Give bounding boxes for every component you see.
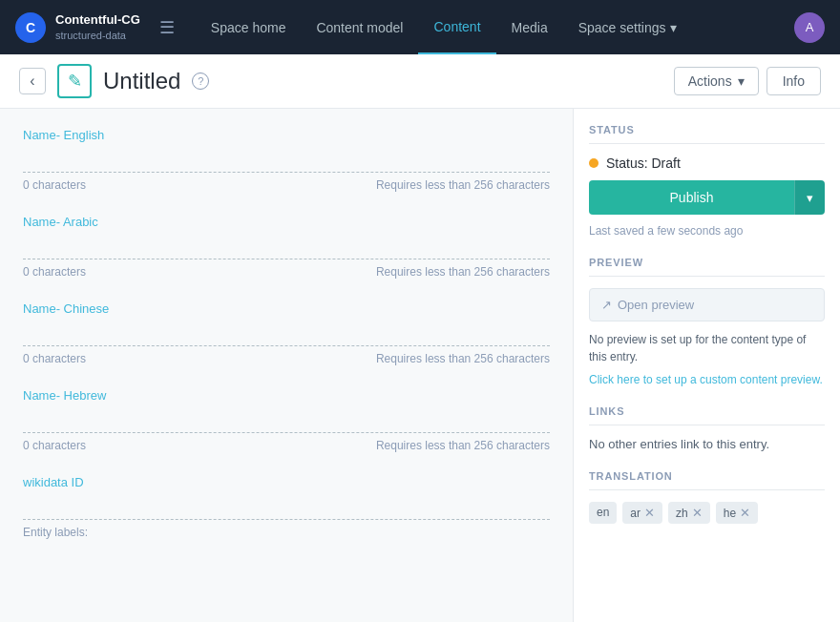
nav-space-home[interactable]: Space home	[196, 0, 302, 54]
sidebar: STATUS Status: Draft Publish ▾ Last save…	[573, 109, 840, 622]
help-icon[interactable]: ?	[192, 73, 209, 90]
translation-chip-ar: ar ✕	[622, 502, 662, 524]
status-dot-icon	[589, 158, 598, 168]
links-section-title: LINKS	[589, 405, 825, 425]
field-input-arabic[interactable]	[23, 237, 550, 259]
space-settings-arrow-icon: ▾	[670, 20, 677, 35]
entry-icon: ✎	[57, 64, 92, 98]
translation-section-title: TRANSLATION	[589, 470, 825, 490]
status-section-title: STATUS	[589, 124, 825, 144]
field-label-hebrew: Name- Hebrew	[23, 388, 550, 403]
field-label-arabic: Name- Arabic	[23, 215, 550, 229]
actions-arrow-icon: ▾	[738, 73, 745, 89]
remove-zh-button[interactable]: ✕	[692, 506, 703, 520]
translation-chips: en ar ✕ zh ✕ he ✕	[589, 502, 825, 524]
field-input-english[interactable]	[23, 150, 550, 173]
top-nav: C Contentful-CG structured-data ☰ Space …	[0, 0, 840, 54]
field-name-arabic: Name- Arabic 0 characters Requires less …	[23, 215, 550, 279]
translation-chip-en: en	[589, 502, 617, 524]
links-section: LINKS No other entries link to this entr…	[589, 405, 825, 451]
links-note: No other entries link to this entry.	[589, 437, 825, 451]
user-avatar[interactable]: A	[794, 12, 825, 43]
status-label: Status: Draft	[606, 156, 681, 171]
field-name-chinese: Name- Chinese 0 characters Requires less…	[23, 301, 550, 365]
brand-text: Contentful-CG structured-data	[55, 12, 140, 42]
publish-wrapper: Publish ▾	[589, 180, 825, 215]
status-section: STATUS Status: Draft Publish ▾ Last save…	[589, 124, 825, 238]
remove-ar-button[interactable]: ✕	[644, 506, 655, 520]
field-chars-english: 0 characters	[23, 178, 86, 192]
field-limit-arabic: Requires less than 256 characters	[376, 265, 550, 279]
back-button[interactable]: ‹	[19, 68, 46, 94]
entity-labels: Entity labels:	[23, 526, 550, 539]
field-input-hebrew[interactable]	[23, 410, 550, 433]
wikidata-input[interactable]	[23, 497, 550, 520]
nav-space-settings[interactable]: Space settings ▾	[563, 0, 692, 54]
main-layout: Name- English 0 characters Requires less…	[0, 109, 840, 622]
external-link-icon: ↗	[601, 298, 612, 312]
content-area: Name- English 0 characters Requires less…	[0, 109, 573, 622]
preview-section-title: PREVIEW	[589, 257, 825, 277]
secondary-header: ‹ ✎ Untitled ? Actions ▾ Info	[0, 54, 840, 109]
field-limit-english: Requires less than 256 characters	[376, 178, 550, 192]
field-chars-arabic: 0 characters	[23, 265, 86, 279]
publish-button[interactable]: Publish	[589, 180, 794, 215]
info-button[interactable]: Info	[766, 67, 821, 95]
field-label-chinese: Name- Chinese	[23, 301, 550, 316]
brand-logo: C	[15, 12, 46, 43]
field-meta-english: 0 characters Requires less than 256 char…	[23, 178, 550, 192]
field-meta-arabic: 0 characters Requires less than 256 char…	[23, 265, 550, 279]
field-label-english: Name- English	[23, 128, 550, 142]
brand-name: Contentful-CG	[55, 12, 140, 29]
field-limit-hebrew: Requires less than 256 characters	[376, 439, 550, 452]
nav-content[interactable]: Content	[418, 0, 495, 54]
field-chars-chinese: 0 characters	[23, 352, 86, 365]
field-name-english: Name- English 0 characters Requires less…	[23, 128, 550, 192]
nav-links: Space home Content model Content Media S…	[180, 0, 794, 54]
preview-section: PREVIEW ↗ Open preview No preview is set…	[589, 257, 825, 386]
remove-he-button[interactable]: ✕	[740, 506, 750, 520]
hamburger-icon[interactable]: ☰	[154, 11, 180, 44]
brand-sub: structured-data	[55, 29, 140, 42]
header-actions: Actions ▾ Info	[674, 67, 821, 95]
wikidata-label: wikidata ID	[23, 475, 550, 489]
nav-media[interactable]: Media	[496, 0, 563, 54]
preview-note: No preview is set up for the content typ…	[589, 331, 825, 365]
translation-chip-he: he ✕	[716, 502, 758, 524]
translation-section: TRANSLATION en ar ✕ zh ✕ he ✕	[589, 470, 825, 524]
status-row: Status: Draft	[589, 156, 825, 171]
field-limit-chinese: Requires less than 256 characters	[376, 352, 550, 365]
publish-dropdown-button[interactable]: ▾	[794, 180, 825, 215]
wikidata-section: wikidata ID Entity labels:	[23, 475, 550, 539]
field-input-chinese[interactable]	[23, 323, 550, 346]
custom-preview-link[interactable]: Click here to set up a custom content pr…	[589, 373, 823, 386]
actions-button[interactable]: Actions ▾	[674, 67, 759, 95]
field-meta-hebrew: 0 characters Requires less than 256 char…	[23, 439, 550, 452]
entry-title: Untitled	[103, 68, 180, 94]
nav-content-model[interactable]: Content model	[301, 0, 418, 54]
translation-chip-zh: zh ✕	[668, 502, 710, 524]
brand: C Contentful-CG structured-data ☰	[15, 11, 180, 44]
last-saved: Last saved a few seconds ago	[589, 224, 825, 238]
field-name-hebrew: Name- Hebrew 0 characters Requires less …	[23, 388, 550, 452]
field-meta-chinese: 0 characters Requires less than 256 char…	[23, 352, 550, 365]
field-chars-hebrew: 0 characters	[23, 439, 86, 452]
open-preview-button[interactable]: ↗ Open preview	[589, 288, 825, 321]
